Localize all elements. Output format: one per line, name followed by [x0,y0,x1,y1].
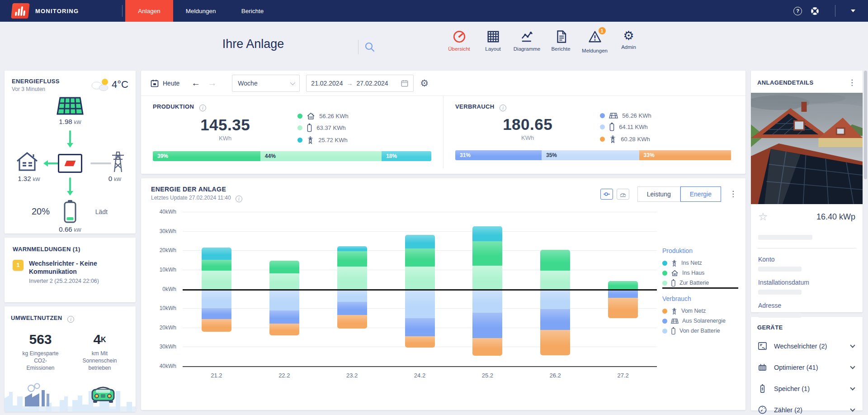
bar-segment[interactable] [540,330,570,355]
nav-berichte[interactable]: Berichte [544,30,578,53]
chevron-down-icon[interactable] [850,343,855,348]
tab-anlagen[interactable]: Anlagen [125,0,173,22]
left-sidebar: ENERGIEFLUSS Vor 3 Minuten 4°C [5,71,136,412]
bar-segment[interactable] [202,289,231,308]
legend-ins-haus[interactable]: Ins Haus [662,268,738,278]
brand[interactable]: MONITORING [0,0,79,22]
nav-diagramme[interactable]: Diagramme [510,30,544,53]
device-zaehler[interactable]: Zähler (2) [757,399,856,415]
grid-pylon-icon[interactable] [108,148,127,175]
bar-segment[interactable] [472,266,502,289]
nav-admin[interactable]: ⚙ Admin [612,30,646,53]
tab-meldungen[interactable]: Meldungen [173,0,229,22]
bar-segment[interactable] [472,289,502,313]
user-menu-caret-icon[interactable] [851,10,855,14]
bar-segment[interactable] [269,261,299,273]
bar-segment[interactable] [337,289,367,302]
next-period-button[interactable]: → [208,78,217,88]
bar-segment[interactable] [202,271,231,289]
chevron-down-icon[interactable] [850,385,855,390]
toggle-energie[interactable]: Energie [680,186,721,202]
bar-segment[interactable] [202,319,231,332]
bar-segment[interactable] [540,271,570,289]
chart-style-slider-button[interactable] [600,189,613,200]
bar-segment[interactable] [472,241,502,266]
bar-segment[interactable] [337,251,367,266]
bar-segment[interactable] [540,250,570,271]
house-icon[interactable] [15,151,39,174]
date-range-input[interactable]: 21.02.2024 → 27.02.2024 [306,75,414,92]
device-speicher[interactable]: Speicher (1) [757,378,856,399]
favorite-star-icon[interactable]: ☆ [758,210,768,223]
bar-segment[interactable] [337,302,367,315]
chevron-down-icon[interactable] [850,364,855,369]
battery-icon[interactable] [62,199,78,225]
redacted-value [758,290,802,295]
today-button[interactable]: Heute [150,79,179,88]
period-select[interactable]: Woche [232,75,300,92]
bar-segment[interactable] [269,273,299,289]
legend-vom-netz[interactable]: Vom Netz [662,306,738,316]
help-icon[interactable]: ? [793,7,802,15]
bar-segment[interactable] [540,289,570,310]
scrollbar[interactable] [864,71,867,179]
legend-von-der-batterie[interactable]: Von der Batterie [662,326,738,336]
km-stat: 4K km Mit Sonnenschein betrieben [70,332,129,372]
legend-ins-netz[interactable]: Ins Netz [662,258,738,268]
bar-segment[interactable] [405,267,435,289]
info-icon[interactable]: i [236,196,242,202]
bar-segment[interactable] [405,289,435,319]
tab-berichte[interactable]: Berichte [229,0,277,22]
bar-segment[interactable] [472,338,502,356]
settings-gear-icon[interactable]: ⚙ [420,78,429,89]
bar-segment[interactable] [472,313,502,338]
bar-segment[interactable] [608,298,638,319]
bar-segment[interactable] [405,248,435,267]
chart-menu-icon[interactable]: ⋮ [729,189,737,199]
warning-list-item[interactable]: 1 Wechselrichter - Keine Kommunikation I… [13,260,127,284]
chevron-down-icon[interactable] [850,406,855,411]
device-optimierer[interactable]: Optimierer (41) [757,357,856,378]
bar-segment[interactable] [337,315,367,329]
x-tick-label: 25.2 [482,372,493,379]
device-wechselrichter[interactable]: Wechselrichter (2) [757,335,856,357]
inverter-icon[interactable] [58,154,82,173]
energiefluss-card: ENERGIEFLUSS Vor 3 Minuten 4°C [5,71,136,234]
content: ENERGIEFLUSS Vor 3 Minuten 4°C [0,71,868,415]
nav-uebersicht[interactable]: Übersicht [442,30,476,53]
info-icon[interactable]: i [67,316,74,323]
bar-segment[interactable] [269,289,299,311]
prev-period-button[interactable]: ← [191,78,200,88]
bar-segment[interactable] [337,246,367,251]
y-tick-label: 10kWh [160,305,176,311]
bar-segment[interactable] [540,309,570,330]
x-tick-label: 22.2 [278,372,290,379]
orange-dot [600,137,605,142]
date-from[interactable]: 21.02.2024 [311,80,343,87]
bar-segment[interactable] [472,226,502,241]
nav-layout[interactable]: Layout [476,30,510,53]
bar-segment[interactable] [405,336,435,348]
search-icon[interactable] [364,42,375,54]
solar-panel-icon[interactable] [56,96,85,119]
chart-style-gauge-button[interactable] [617,189,629,200]
toggle-leistung[interactable]: Leistung [637,186,680,202]
factory-icon [5,383,70,406]
lifebuoy-icon[interactable] [810,6,820,16]
legend-zur-batterie[interactable]: Zur Batterie [662,278,738,288]
info-icon[interactable]: i [500,105,506,111]
bar-segment[interactable] [405,235,435,249]
bar-segment[interactable] [608,281,638,289]
bar-segment[interactable] [269,324,299,335]
date-to[interactable]: 27.02.2024 [356,80,388,87]
nav-meldungen[interactable]: 1 Meldungen [578,30,612,53]
bar-segment[interactable] [269,310,299,324]
bar-segment[interactable] [202,260,231,271]
bar-segment[interactable] [337,267,367,289]
details-menu-icon[interactable]: ⋮ [848,78,856,87]
info-icon[interactable]: i [199,105,206,111]
bar-segment[interactable] [202,308,231,319]
legend-aus-solarenergie[interactable]: Aus Solarenergie [662,316,738,326]
bar-segment[interactable] [202,248,231,260]
bar-segment[interactable] [405,318,435,336]
